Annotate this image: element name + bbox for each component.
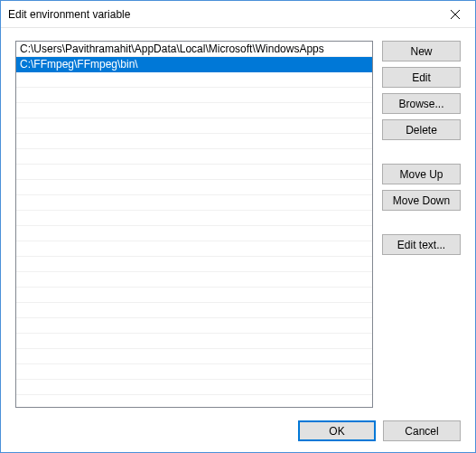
path-listbox[interactable]: C:\Users\Pavithramahit\AppData\Local\Mic… (15, 41, 373, 408)
move-down-button[interactable]: Move Down (382, 190, 461, 211)
edit-text-button[interactable]: Edit text... (382, 234, 461, 255)
new-button[interactable]: New (382, 41, 461, 61)
list-item[interactable]: C:\Users\Pavithramahit\AppData\Local\Mic… (16, 42, 372, 57)
list-item[interactable]: C:\FFmpeg\FFmpeg\bin\ (16, 57, 372, 72)
cancel-button[interactable]: Cancel (383, 420, 461, 441)
close-icon (451, 10, 460, 19)
edit-button[interactable]: Edit (382, 67, 461, 88)
delete-button[interactable]: Delete (382, 119, 461, 140)
list-gridlines (16, 42, 372, 407)
window-title: Edit environment variable (8, 8, 434, 21)
close-button[interactable] (434, 1, 475, 27)
main-row: C:\Users\Pavithramahit\AppData\Local\Mic… (15, 41, 461, 408)
side-button-column: New Edit Browse... Delete Move Up Move D… (382, 41, 461, 408)
dialog-content: C:\Users\Pavithramahit\AppData\Local\Mic… (1, 28, 475, 452)
bottom-button-row: OK Cancel (15, 420, 461, 441)
browse-button[interactable]: Browse... (382, 93, 461, 114)
ok-button[interactable]: OK (298, 420, 376, 441)
move-up-button[interactable]: Move Up (382, 164, 461, 184)
dialog-window: Edit environment variable C:\Users\Pavit… (0, 0, 476, 453)
titlebar: Edit environment variable (1, 1, 475, 28)
